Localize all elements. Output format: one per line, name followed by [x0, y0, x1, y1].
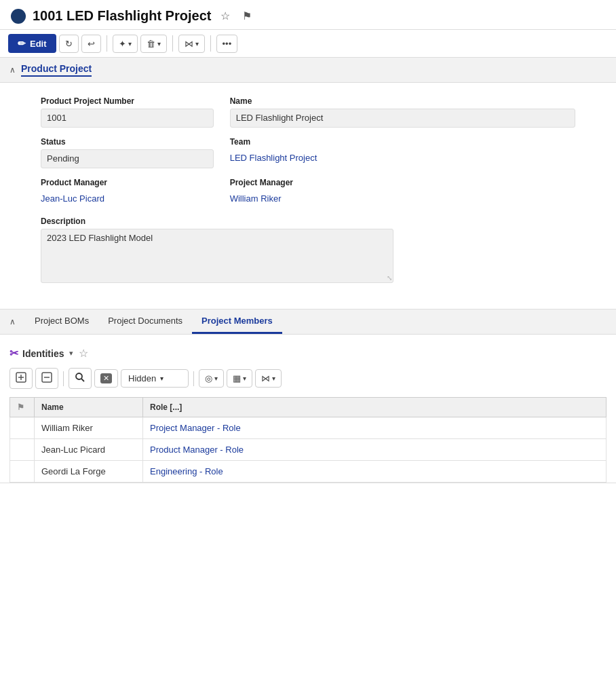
toolbar-divider-2 — [172, 35, 173, 52]
clear-button[interactable]: ✕ — [94, 369, 118, 388]
role-link[interactable]: Project Manager - Role — [150, 423, 241, 433]
capture-button[interactable]: ◎ ▾ — [199, 369, 224, 388]
row-flag-cell — [10, 461, 35, 483]
trash-icon: 🗑 — [147, 39, 155, 49]
row-name-cell: Jean-Luc Picard — [35, 439, 143, 461]
description-value: 2023 LED Flashlight Model — [41, 229, 393, 283]
remove-icon — [41, 372, 52, 385]
team-label: Team — [230, 137, 575, 147]
product-project-toggle[interactable]: ∧ — [9, 65, 16, 75]
svg-line-6 — [81, 379, 84, 381]
hidden-dropdown[interactable]: Hidden ▾ — [121, 369, 189, 388]
field-name: Name LED Flashlight Project — [230, 96, 575, 128]
flag-header-icon: ⚑ — [17, 402, 24, 412]
field-product-manager: Product Manager Jean-Luc Picard — [41, 178, 214, 207]
tab-project-documents[interactable]: Project Documents — [98, 309, 192, 334]
more-button[interactable]: ••• — [216, 35, 238, 53]
add-row-button[interactable] — [9, 368, 33, 389]
product-project-form: Product Project Number 1001 Name LED Fla… — [0, 83, 616, 309]
layout-icon: ▦ — [233, 373, 241, 383]
name-label: Name — [230, 96, 575, 106]
hex-icon — [11, 9, 26, 24]
network-icon: ✦ — [119, 39, 126, 49]
field-project-number: Product Project Number 1001 — [41, 96, 214, 128]
identities-star-icon[interactable]: ☆ — [79, 347, 88, 360]
table-row: Jean-Luc PicardProduct Manager - Role — [10, 439, 607, 461]
share-button[interactable]: ⋈ ▾ — [178, 35, 205, 53]
refresh-button[interactable]: ↻ — [59, 35, 79, 53]
share-icon: ⋈ — [185, 39, 193, 49]
product-manager-label: Product Manager — [41, 178, 214, 187]
chevron-down-icon: ▾ — [157, 40, 161, 48]
row-flag-cell — [10, 417, 35, 439]
hidden-chevron-icon: ▾ — [160, 375, 163, 382]
main-toolbar: ✏ Edit ↻ ↩ ✦ ▾ 🗑 ▾ ⋈ ▾ ••• — [0, 30, 616, 58]
project-manager-link[interactable]: William Riker — [230, 193, 282, 204]
pencil-icon: ✏ — [18, 38, 26, 49]
add-icon — [16, 372, 26, 385]
members-share-button[interactable]: ⋈ ▾ — [255, 369, 282, 388]
identities-chevron-icon[interactable]: ▾ — [69, 349, 73, 358]
edit-label: Edit — [30, 39, 47, 49]
star-button[interactable]: ☆ — [218, 8, 233, 24]
product-manager-link[interactable]: Jean-Luc Picard — [41, 193, 104, 204]
dna-icon: ✂ — [9, 347, 18, 360]
row-role-cell: Project Manager - Role — [143, 417, 607, 439]
chevron-down-icon: ▾ — [195, 40, 199, 48]
tabs-toggle[interactable]: ∧ — [9, 311, 16, 333]
col-name[interactable]: Name — [35, 398, 143, 417]
capture-icon: ◎ — [205, 373, 212, 383]
table-header-row: ⚑ Name Role [...] — [10, 398, 607, 417]
product-project-header: ∧ Product Project — [0, 58, 616, 83]
tab-project-members[interactable]: Project Members — [192, 309, 282, 334]
search-icon — [75, 372, 85, 385]
chevron-up-icon: ∧ — [9, 65, 16, 75]
members-toolbar: ✕ Hidden ▾ ◎ ▾ ▦ ▾ ⋈ ▾ — [9, 364, 607, 394]
refresh-icon: ↻ — [65, 39, 73, 49]
project-tabs-panel: ∧ Project BOMs Project Documents Project… — [0, 309, 616, 483]
role-link[interactable]: Product Manager - Role — [150, 445, 244, 455]
page-header: 1001 LED Flashlight Project ☆ ⚑ — [0, 0, 616, 30]
name-value: LED Flashlight Project — [230, 109, 575, 128]
project-number-label: Product Project Number — [41, 96, 214, 106]
chevron-down-icon: ▾ — [243, 375, 246, 382]
toolbar-divider-3 — [210, 35, 211, 52]
network-button[interactable]: ✦ ▾ — [113, 35, 138, 53]
edit-button[interactable]: ✏ Edit — [8, 34, 56, 53]
hidden-label: Hidden — [128, 373, 156, 383]
remove-row-button[interactable] — [35, 368, 58, 389]
product-project-panel: ∧ Product Project Product Project Number… — [0, 58, 616, 309]
table-row: William RikerProject Manager - Role — [10, 417, 607, 439]
members-toolbar-divider-2 — [193, 371, 194, 386]
tab-project-boms[interactable]: Project BOMs — [25, 309, 98, 334]
search-button[interactable] — [69, 368, 92, 389]
product-project-title: Product Project — [21, 63, 92, 77]
role-link[interactable]: Engineering - Role — [150, 466, 223, 476]
project-number-value: 1001 — [41, 109, 214, 128]
col-role[interactable]: Role [...] — [143, 398, 607, 417]
share-icon: ⋈ — [261, 373, 270, 383]
row-name-cell: William Riker — [35, 417, 143, 439]
col-flag: ⚑ — [10, 398, 35, 417]
field-status: Status Pending — [41, 137, 214, 168]
resize-handle-icon: ⤡ — [387, 274, 392, 282]
layout-button[interactable]: ▦ ▾ — [227, 369, 252, 388]
svg-point-5 — [76, 373, 82, 379]
form-row-1: Product Project Number 1001 Name LED Fla… — [41, 96, 575, 128]
identities-label: ✂ Identities — [9, 347, 64, 360]
chevron-up-icon: ∧ — [9, 317, 16, 326]
chevron-down-icon: ▾ — [214, 375, 218, 382]
undo-button[interactable]: ↩ — [81, 35, 101, 53]
field-description: Description 2023 LED Flashlight Model ⤡ — [41, 217, 575, 283]
team-link[interactable]: LED Flashlight Project — [230, 153, 317, 163]
form-row-3: Product Manager Jean-Luc Picard Project … — [41, 178, 575, 207]
clear-icon: ✕ — [100, 373, 112, 383]
row-role-cell: Engineering - Role — [143, 461, 607, 483]
row-role-cell: Product Manager - Role — [143, 439, 607, 461]
status-value: Pending — [41, 149, 214, 168]
members-table: ⚑ Name Role [...] William RikerProject M… — [9, 397, 607, 483]
flag-button[interactable]: ⚑ — [239, 8, 254, 24]
page-title: 1001 LED Flashlight Project — [33, 8, 211, 24]
delete-button[interactable]: 🗑 ▾ — [140, 35, 167, 53]
tabs-header: ∧ Project BOMs Project Documents Project… — [0, 309, 616, 335]
